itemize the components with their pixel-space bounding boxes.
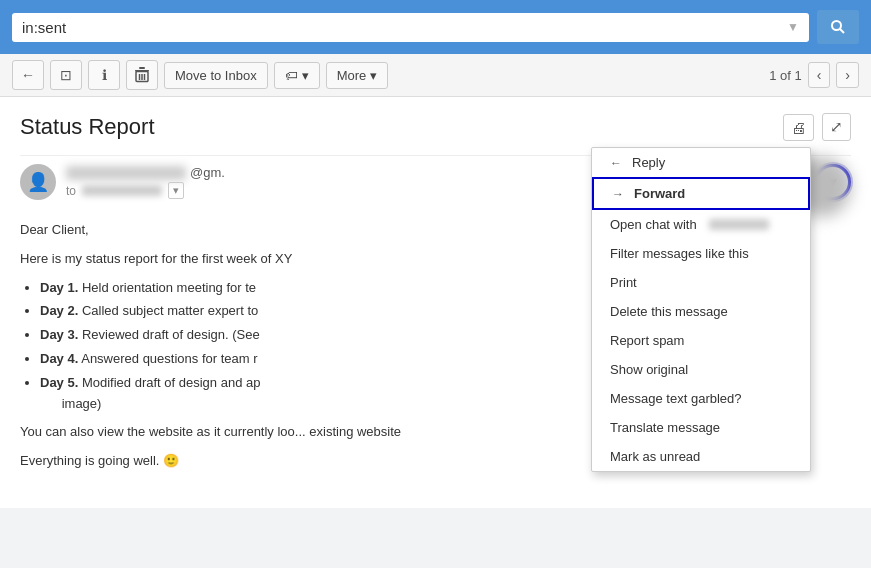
pagination: 1 of 1 ‹ › (769, 62, 859, 88)
chat-name-blur (709, 219, 769, 230)
report-button[interactable]: ℹ (88, 60, 120, 90)
forward-arrow-icon: → (612, 187, 624, 201)
menu-item-open-chat[interactable]: Open chat with (592, 210, 810, 239)
sender-info: @gm. to ▾ (66, 165, 588, 199)
print-icon: 🖨 (791, 119, 806, 136)
menu-item-forward[interactable]: → Forward (592, 177, 810, 210)
sender-to-row: to ▾ (66, 182, 588, 199)
menu-item-reply[interactable]: ← Reply (592, 148, 810, 177)
trash-icon (135, 67, 149, 83)
menu-item-show-original-label: Show original (610, 362, 688, 377)
email-subject: Status Report (20, 114, 783, 140)
email-container: Status Report 🖨 ⤢ 👤 @gm. to ▾ (0, 97, 871, 508)
svg-point-0 (832, 21, 841, 30)
toolbar: ← ⊡ ℹ Move to Inbox 🏷 ▾ More ▾ 1 of 1 ‹ … (0, 54, 871, 97)
search-icon (830, 19, 846, 35)
delete-button[interactable] (126, 60, 158, 90)
menu-item-reply-label: Reply (632, 155, 665, 170)
menu-item-garbled[interactable]: Message text garbled? (592, 384, 810, 413)
sender-name-blur (66, 166, 186, 180)
svg-line-1 (840, 29, 844, 33)
menu-item-print-label: Print (610, 275, 637, 290)
prev-page-button[interactable]: ‹ (808, 62, 831, 88)
recipient-blur (82, 185, 162, 196)
menu-item-mark-unread[interactable]: Mark as unread (592, 442, 810, 471)
menu-item-spam[interactable]: Report spam (592, 326, 810, 355)
search-bar: ▼ (0, 0, 871, 54)
recipient-dropdown-button[interactable]: ▾ (168, 182, 184, 199)
menu-item-spam-label: Report spam (610, 333, 684, 348)
menu-item-print[interactable]: Print (592, 268, 810, 297)
menu-item-translate-label: Translate message (610, 420, 720, 435)
move-to-inbox-button[interactable]: Move to Inbox (164, 62, 268, 89)
more-button[interactable]: More ▾ (326, 62, 389, 89)
menu-item-forward-label: Forward (634, 186, 685, 201)
avatar: 👤 (20, 164, 56, 200)
menu-item-filter-label: Filter messages like this (610, 246, 749, 261)
context-menu: ← Reply → Forward Open chat with Filter … (591, 147, 811, 472)
popout-button[interactable]: ⤢ (822, 113, 851, 141)
menu-item-open-chat-label: Open chat with (610, 217, 697, 232)
email-subject-row: Status Report 🖨 ⤢ (20, 113, 851, 141)
menu-item-filter[interactable]: Filter messages like this (592, 239, 810, 268)
labels-button[interactable]: 🏷 ▾ (274, 62, 320, 89)
search-dropdown-icon[interactable]: ▼ (787, 20, 799, 34)
sender-name-row: @gm. (66, 165, 588, 180)
email-subject-icons: 🖨 ⤢ (783, 113, 851, 141)
reply-arrow-icon: ← (610, 156, 622, 170)
print-button[interactable]: 🖨 (783, 114, 814, 141)
menu-item-show-original[interactable]: Show original (592, 355, 810, 384)
svg-rect-3 (139, 67, 145, 69)
archive-button[interactable]: ⊡ (50, 60, 82, 90)
search-input[interactable] (22, 19, 779, 36)
search-button[interactable] (817, 10, 859, 44)
menu-item-delete[interactable]: Delete this message (592, 297, 810, 326)
menu-item-translate[interactable]: Translate message (592, 413, 810, 442)
popout-icon: ⤢ (830, 118, 843, 135)
search-input-wrapper: ▼ (12, 13, 809, 42)
sender-domain: @gm. (190, 165, 225, 180)
pagination-text: 1 of 1 (769, 68, 802, 83)
menu-item-mark-unread-label: Mark as unread (610, 449, 700, 464)
menu-item-garbled-label: Message text garbled? (610, 391, 742, 406)
back-button[interactable]: ← (12, 60, 44, 90)
menu-item-delete-label: Delete this message (610, 304, 728, 319)
next-page-button[interactable]: › (836, 62, 859, 88)
